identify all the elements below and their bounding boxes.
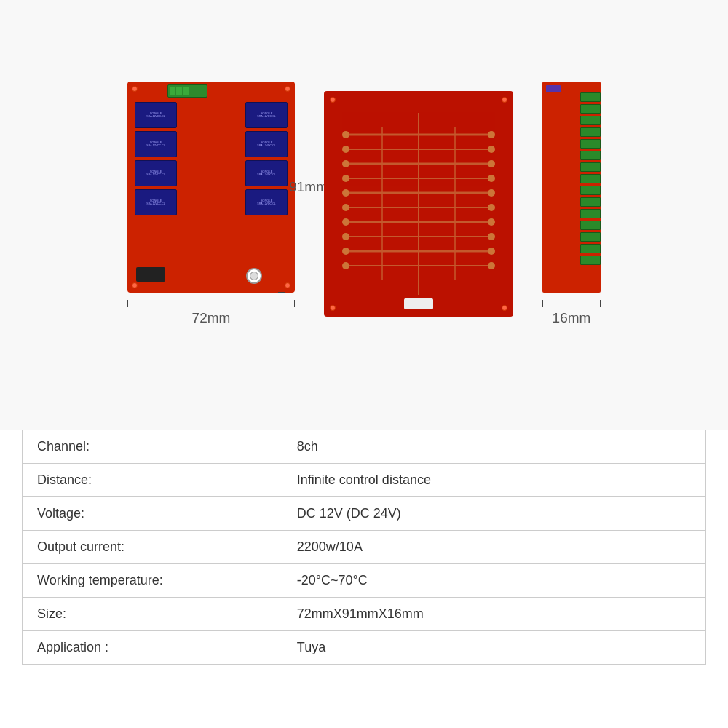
svg-point-17 — [342, 189, 349, 197]
svg-point-19 — [342, 218, 349, 226]
spec-label: Working temperature: — [23, 564, 282, 598]
board-front: SONGLE SRA-12VDC-CL SONGLE SRA-12VDC-CL … — [127, 82, 295, 293]
specs-table: Channel:8chDistance:Infinite control dis… — [22, 430, 706, 665]
svg-point-28 — [488, 204, 495, 211]
spec-row: Application :Tuya — [23, 631, 706, 665]
spec-label: Output current: — [23, 531, 282, 564]
svg-point-15 — [342, 160, 349, 167]
svg-point-22 — [342, 262, 349, 269]
spec-value: DC 12V (DC 24V) — [282, 497, 705, 531]
spec-value: 2200w/10A — [282, 531, 705, 564]
spec-row: Working temperature:-20°C~70°C — [23, 564, 706, 598]
image-section: SONGLE SRA-12VDC-CL SONGLE SRA-12VDC-CL … — [0, 0, 728, 430]
board-back — [324, 91, 513, 317]
spec-value: Infinite control distance — [282, 464, 705, 497]
spec-value: Tuya — [282, 631, 705, 665]
svg-point-30 — [488, 233, 495, 240]
boards-container: SONGLE SRA-12VDC-CL SONGLE SRA-12VDC-CL … — [15, 22, 713, 386]
spec-row: Output current:2200w/10A — [23, 531, 706, 564]
svg-point-20 — [342, 233, 349, 240]
spec-value: 72mmX91mmX16mm — [282, 598, 705, 631]
spec-value: -20°C~70°C — [282, 564, 705, 598]
specs-section: Channel:8chDistance:Infinite control dis… — [0, 430, 728, 728]
spec-label: Channel: — [23, 430, 282, 464]
spec-row: Channel:8ch — [23, 430, 706, 464]
svg-point-29 — [488, 218, 495, 226]
board-side — [542, 82, 601, 293]
depth-dimension-label: 16mm — [553, 310, 591, 326]
svg-point-21 — [342, 248, 349, 255]
spec-row: Size:72mmX91mmX16mm — [23, 598, 706, 631]
svg-point-18 — [342, 204, 349, 211]
width-dimension-label: 72mm — [192, 310, 231, 326]
svg-point-26 — [488, 175, 495, 182]
spec-label: Application : — [23, 631, 282, 665]
svg-point-25 — [488, 160, 495, 167]
svg-point-23 — [488, 131, 495, 138]
svg-point-14 — [342, 146, 349, 153]
spec-label: Distance: — [23, 464, 282, 497]
svg-point-27 — [488, 189, 495, 197]
height-dimension-label: 91mm — [289, 179, 328, 195]
spec-label: Size: — [23, 598, 282, 631]
spec-label: Voltage: — [23, 497, 282, 531]
svg-point-24 — [488, 146, 495, 153]
svg-point-32 — [488, 262, 495, 269]
svg-point-13 — [342, 131, 349, 138]
spec-row: Distance:Infinite control distance — [23, 464, 706, 497]
svg-point-31 — [488, 248, 495, 255]
svg-point-16 — [342, 175, 349, 182]
main-container: SONGLE SRA-12VDC-CL SONGLE SRA-12VDC-CL … — [0, 0, 728, 728]
spec-value: 8ch — [282, 430, 705, 464]
spec-row: Voltage:DC 12V (DC 24V) — [23, 497, 706, 531]
